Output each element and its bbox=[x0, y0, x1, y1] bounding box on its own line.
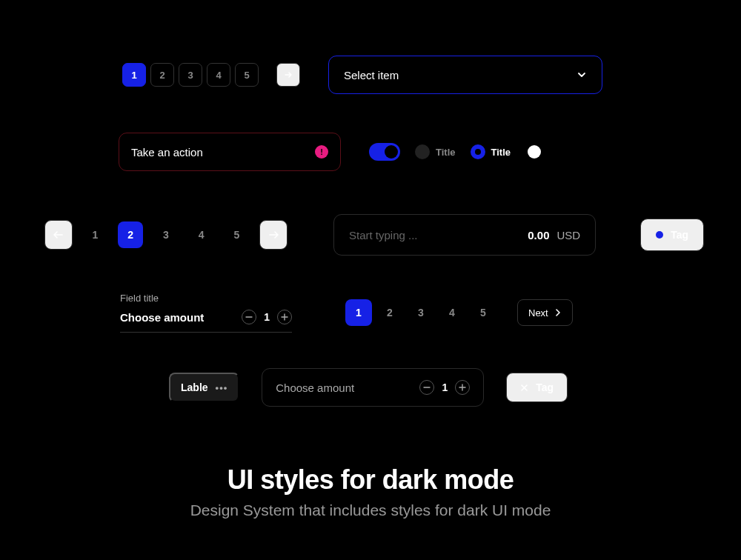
page-2[interactable]: 2 bbox=[150, 63, 174, 87]
page-3[interactable]: 3 bbox=[153, 221, 179, 248]
radio-unchecked[interactable]: Title bbox=[415, 144, 456, 159]
stepper-minus[interactable] bbox=[242, 310, 256, 324]
action-input-text: Take an action bbox=[131, 146, 203, 159]
stepper-plus[interactable] bbox=[455, 380, 470, 395]
pagination-small: 1 2 3 4 5 bbox=[122, 63, 300, 87]
page-subtitle: Design System that includes styles for d… bbox=[37, 501, 704, 519]
minus-icon bbox=[423, 384, 431, 391]
toggle-off[interactable] bbox=[525, 143, 556, 161]
arrow-right-icon bbox=[284, 70, 293, 79]
page-3[interactable]: 3 bbox=[408, 299, 434, 326]
page-2[interactable]: 2 bbox=[118, 221, 143, 248]
field-title: Field title bbox=[120, 293, 292, 304]
stepper-minus[interactable] bbox=[419, 380, 434, 395]
tag-close-chip[interactable]: Tag bbox=[506, 373, 568, 402]
page-5[interactable]: 5 bbox=[225, 221, 250, 248]
page-prev-arrow[interactable] bbox=[44, 220, 73, 250]
page-5[interactable]: 5 bbox=[470, 299, 496, 326]
input-placeholder: Start typing ... bbox=[349, 229, 418, 241]
stepper-value: 1 bbox=[264, 311, 270, 323]
tag-label: Tag bbox=[671, 229, 688, 241]
field-stepper: Field title Choose amount 1 bbox=[120, 293, 292, 333]
tag-chip[interactable]: Tag bbox=[640, 219, 704, 251]
select-dropdown[interactable]: Select item bbox=[328, 56, 602, 94]
action-input-error[interactable]: Take an action ! bbox=[119, 133, 341, 171]
radio-label: Title bbox=[436, 147, 456, 158]
minus-icon bbox=[245, 313, 253, 321]
pagination-with-next: 1 2 3 4 5 Next bbox=[345, 299, 573, 326]
input-amount: 0.00 bbox=[528, 229, 549, 241]
next-label: Next bbox=[528, 307, 548, 319]
plus-icon bbox=[281, 313, 288, 321]
field-label: Choose amount bbox=[120, 311, 204, 324]
stepper-plus[interactable] bbox=[277, 310, 292, 324]
arrow-right-icon bbox=[268, 230, 279, 240]
controls-group: Title Title bbox=[369, 143, 556, 161]
page-next-arrow[interactable] bbox=[276, 63, 300, 87]
amount-input[interactable]: Start typing ... 0.00 USD bbox=[333, 214, 596, 256]
page-4[interactable]: 4 bbox=[439, 299, 465, 326]
page-1[interactable]: 1 bbox=[83, 221, 108, 248]
radio-circle-checked-icon bbox=[471, 144, 485, 159]
chevron-right-icon bbox=[554, 309, 562, 316]
chevron-down-icon bbox=[576, 70, 587, 80]
label-text: Lable bbox=[181, 381, 208, 393]
page-5[interactable]: 5 bbox=[235, 63, 259, 87]
stepper-value: 1 bbox=[442, 381, 448, 393]
amount-placeholder: Choose amount bbox=[276, 381, 354, 394]
toggle-on[interactable] bbox=[369, 143, 400, 161]
input-currency: USD bbox=[556, 229, 580, 241]
radio-checked[interactable]: Title bbox=[471, 144, 511, 159]
plus-icon bbox=[459, 384, 466, 391]
more-dots-icon: ••• bbox=[216, 382, 228, 393]
tag-label: Tag bbox=[536, 381, 554, 393]
dot-icon bbox=[656, 231, 663, 239]
page-title: UI styles for dark mode bbox=[37, 464, 704, 496]
page-4[interactable]: 4 bbox=[207, 63, 230, 87]
radio-circle-icon bbox=[415, 144, 430, 159]
radio-label: Title bbox=[491, 147, 511, 158]
page-4[interactable]: 4 bbox=[189, 221, 214, 248]
error-icon: ! bbox=[315, 145, 328, 159]
page-3[interactable]: 3 bbox=[179, 63, 202, 87]
arrow-left-icon bbox=[53, 230, 64, 240]
page-1[interactable]: 1 bbox=[345, 299, 372, 326]
page-1[interactable]: 1 bbox=[122, 63, 146, 87]
next-button[interactable]: Next bbox=[517, 299, 573, 326]
page-2[interactable]: 2 bbox=[376, 299, 403, 326]
close-icon bbox=[520, 384, 528, 392]
label-chip[interactable]: Lable ••• bbox=[169, 373, 239, 402]
page-next-arrow[interactable] bbox=[259, 220, 288, 250]
dropdown-label: Select item bbox=[344, 69, 399, 81]
amount-stepper-box[interactable]: Choose amount 1 bbox=[262, 368, 484, 407]
